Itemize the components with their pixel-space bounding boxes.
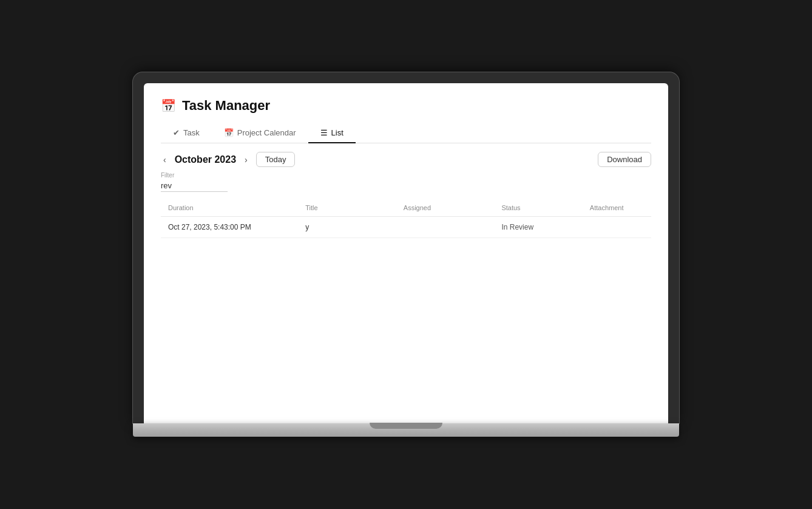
filter-section: Filter	[161, 172, 651, 192]
list-tab-label: List	[331, 128, 343, 137]
col-header-title: Title	[298, 199, 396, 217]
tab-list[interactable]: ☰ List	[308, 123, 356, 143]
status-badge: In Review	[501, 223, 533, 231]
task-tab-label: Task	[183, 128, 200, 137]
app-title-icon: 📅	[161, 98, 176, 113]
task-table: Duration Title Assigned Status Attachmen…	[161, 199, 651, 238]
today-button[interactable]: Today	[256, 152, 296, 167]
nav-left: ‹ October 2023 › Today	[161, 152, 295, 167]
col-header-attachment: Attachment	[583, 199, 651, 217]
download-button[interactable]: Download	[598, 152, 651, 167]
current-month: October 2023	[175, 154, 236, 165]
app-title: Task Manager	[182, 98, 270, 114]
table-header-row: Duration Title Assigned Status Attachmen…	[161, 199, 651, 217]
list-tab-icon: ☰	[320, 128, 328, 137]
task-tab-icon: ✔	[173, 128, 180, 137]
laptop-wrapper: 📅 Task Manager ✔ Task 📅 Project Calendar…	[133, 72, 679, 437]
cell-attachment	[583, 217, 651, 238]
laptop-notch	[370, 423, 442, 429]
nav-right: Download	[598, 152, 651, 167]
col-header-duration: Duration	[161, 199, 298, 217]
tabs-container: ✔ Task 📅 Project Calendar ☰ List	[161, 123, 651, 143]
nav-bar: ‹ October 2023 › Today Download	[161, 143, 651, 172]
tab-project-calendar[interactable]: 📅 Project Calendar	[212, 123, 308, 143]
laptop-base	[133, 423, 679, 437]
table-header: Duration Title Assigned Status Attachmen…	[161, 199, 651, 217]
tab-task[interactable]: ✔ Task	[161, 123, 212, 143]
next-month-button[interactable]: ›	[242, 154, 250, 166]
filter-label: Filter	[161, 172, 651, 179]
laptop-screen: 📅 Task Manager ✔ Task 📅 Project Calendar…	[144, 83, 668, 423]
filter-input[interactable]	[161, 180, 228, 192]
app-header: 📅 Task Manager	[161, 98, 651, 114]
table-body: Oct 27, 2023, 5:43:00 PM y In Review	[161, 217, 651, 238]
prev-month-button[interactable]: ‹	[161, 154, 169, 166]
cell-title: y	[298, 217, 396, 238]
app-container: 📅 Task Manager ✔ Task 📅 Project Calendar…	[144, 83, 668, 423]
col-header-status: Status	[494, 199, 582, 217]
project-calendar-tab-label: Project Calendar	[237, 128, 296, 137]
table-row[interactable]: Oct 27, 2023, 5:43:00 PM y In Review	[161, 217, 651, 238]
col-header-assigned: Assigned	[396, 199, 495, 217]
calendar-tab-icon: 📅	[224, 128, 234, 137]
cell-assigned	[396, 217, 495, 238]
cell-status: In Review	[494, 217, 582, 238]
cell-duration: Oct 27, 2023, 5:43:00 PM	[161, 217, 298, 238]
laptop-bezel: 📅 Task Manager ✔ Task 📅 Project Calendar…	[133, 72, 679, 423]
